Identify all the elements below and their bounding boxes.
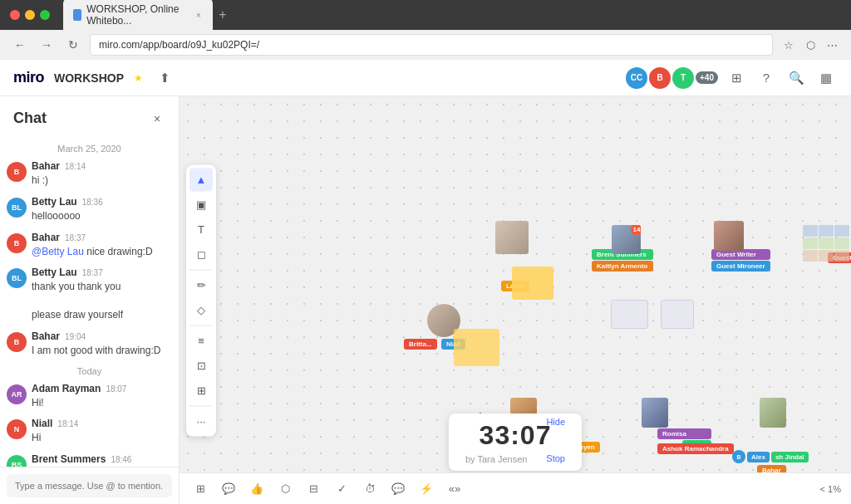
canvas-sticky-center2 (661, 300, 694, 329)
pen-tool-button[interactable]: ✏ (189, 273, 213, 296)
active-tab[interactable]: WORKSHOP, Online Whitebo... × (63, 0, 213, 32)
message-header: Brent Summers 18:46 (32, 453, 172, 465)
date-divider-march: March 25, 2020 (7, 144, 172, 154)
share-upload-icon[interactable]: ⬆ (153, 66, 176, 90)
canvas-sticky-1 (454, 329, 499, 366)
address-bar[interactable]: miro.com/app/board/o9J_ku02PQI=/ (90, 34, 773, 56)
extensions-icon[interactable]: ⬡ (801, 36, 819, 54)
browser-chrome: WORKSHOP, Online Whitebo... × + ← → ↻ mi… (0, 0, 851, 60)
chat-message: B Bahar 18:14 hi :) (7, 160, 172, 188)
app-header: miro WORKSHOP ★ ⬆ CC B T +40 ⊞ ? 🔍 ▦ (0, 60, 851, 96)
bottom-expand-button[interactable]: «» (444, 478, 465, 500)
avatar: BL (7, 268, 27, 288)
bookmark-icon[interactable]: ☆ (780, 36, 798, 54)
more-tools-button[interactable]: ··· (189, 409, 213, 433)
title-bar: WORKSHOP, Online Whitebo... × + (0, 0, 851, 30)
message-time: 18:46 (111, 455, 131, 464)
url-text: miro.com/app/board/o9J_ku02PQI=/ (99, 39, 259, 51)
collaborator-avatars: CC B T +40 (626, 67, 718, 89)
timer-stop-link[interactable]: Stop (546, 453, 565, 463)
tab-close-button[interactable]: × (194, 9, 203, 21)
sender-name: Bahar (32, 330, 60, 342)
toolbar-separator (189, 269, 213, 270)
bottom-chat-button[interactable]: 💬 (387, 478, 409, 500)
board-star[interactable]: ★ (134, 72, 143, 84)
canvas-photo-romisa (642, 398, 668, 428)
timer-hide-link[interactable]: Hide (546, 417, 565, 427)
mention: @Betty Lau (32, 246, 84, 257)
message-time: 19:04 (65, 332, 86, 341)
chat-messages: March 25, 2020 B Bahar 18:14 hi :) BL (0, 137, 179, 467)
left-toolbar: ▲ ▣ T ◻ ✏ ◇ ≡ ⊡ ⊞ ··· (186, 164, 216, 436)
settings-icon[interactable]: ⋯ (823, 36, 841, 54)
message-text: I am not good with drawing:D (32, 344, 172, 358)
chat-panel: Chat × March 25, 2020 B Bahar 18:14 hi :… (0, 96, 180, 504)
refresh-button[interactable]: ↻ (63, 35, 83, 55)
minimize-window-button[interactable] (25, 10, 35, 20)
sticky-tool-button[interactable]: ◻ (189, 242, 213, 266)
avatar: AR (7, 384, 27, 404)
message-time: 18:36 (82, 198, 103, 207)
bottom-check-button[interactable]: ✓ (331, 478, 352, 500)
sender-name: Bahar (32, 160, 60, 172)
chat-close-button[interactable]: × (149, 110, 165, 127)
bottom-lightning-button[interactable]: ⚡ (416, 478, 437, 500)
message-header: Bahar 18:14 (32, 160, 172, 172)
back-button[interactable]: ← (10, 35, 30, 55)
message-header: Bahar 18:37 (32, 232, 172, 243)
board-name[interactable]: WORKSHOP (54, 71, 124, 85)
close-window-button[interactable] (10, 10, 20, 20)
grid-view-icon[interactable]: ▦ (814, 66, 838, 90)
timer-overlay: Hide 33:07 by Tara Jensen Stop (449, 413, 582, 471)
main-content: Chat × March 25, 2020 B Bahar 18:14 hi :… (0, 96, 851, 504)
bottom-toolbar: ⊞ 💬 👍 ⬡ ⊟ ✓ ⏱ 💬 ⚡ «» < 1% (180, 472, 851, 504)
chat-message: N Niall 18:14 Hi (7, 418, 172, 445)
message-body: Betty Lau 18:36 helloooooo (32, 196, 172, 223)
grid-tool-button[interactable]: ⊞ (189, 379, 213, 402)
canvas-area[interactable]: ▲ ▣ T ◻ ✏ ◇ ≡ ⊡ ⊞ ··· (180, 96, 851, 504)
select-tool-button[interactable]: ▲ (189, 168, 213, 191)
message-header: Adam Rayman 18:07 (32, 383, 172, 394)
message-header: Bahar 19:04 (32, 330, 172, 342)
bottom-grid-button[interactable]: ⊟ (303, 478, 324, 500)
text-tool-button[interactable]: T (189, 218, 213, 241)
maximize-window-button[interactable] (40, 10, 50, 20)
shapes-tool-button[interactable]: ◇ (189, 298, 213, 321)
bottom-vote-button[interactable]: 👍 (246, 478, 268, 500)
tab-area: WORKSHOP, Online Whitebo... × + (63, 0, 233, 32)
avatar-1: CC (626, 67, 647, 89)
bottom-timer-button[interactable]: ⏱ (359, 478, 381, 500)
traffic-lights (10, 10, 50, 20)
message-text: thank you thank youplease draw yourself (32, 280, 172, 321)
sender-name: Betty Lau (32, 196, 77, 208)
voting-icon[interactable]: ⊞ (725, 66, 748, 90)
chat-input-field[interactable] (7, 474, 172, 497)
message-time: 18:14 (57, 419, 78, 428)
user-label-brittany: Britta... (404, 339, 437, 350)
bottom-comment-button[interactable]: 💬 (218, 478, 239, 500)
sender-name: Bahar (32, 232, 60, 243)
avatar: B (7, 332, 27, 352)
message-header: Betty Lau 18:37 (32, 267, 172, 278)
extra-collaborators-badge[interactable]: +40 (696, 71, 718, 84)
chat-message: B Bahar 18:37 @Betty Lau nice drawing:D (7, 232, 172, 259)
chat-message: B Bahar 19:04 I am not good with drawing… (7, 330, 172, 358)
message-text: helloooooo (32, 209, 172, 223)
frame-tool-button[interactable]: ▣ (189, 193, 213, 216)
bottom-frames-button[interactable]: ⊞ (189, 478, 211, 500)
crop-tool-button[interactable]: ⊡ (189, 354, 213, 377)
miro-logo: miro (13, 69, 44, 86)
message-text: Hi (32, 431, 172, 445)
search-icon[interactable]: 🔍 (785, 66, 808, 90)
help-icon[interactable]: ? (755, 66, 778, 90)
date-divider-today: Today (7, 366, 172, 376)
bottom-present-button[interactable]: ⬡ (274, 478, 296, 500)
message-header: Niall 18:14 (32, 418, 172, 429)
table-tool-button[interactable]: ≡ (189, 329, 213, 352)
user-label-ashok: Ashok Ramachandra (657, 443, 734, 454)
new-tab-button[interactable]: + (213, 5, 233, 25)
toolbar-separator (189, 325, 213, 325)
avatar: N (7, 419, 27, 439)
chat-message: AR Adam Rayman 18:07 Hi! (7, 383, 172, 410)
forward-button[interactable]: → (37, 35, 57, 55)
